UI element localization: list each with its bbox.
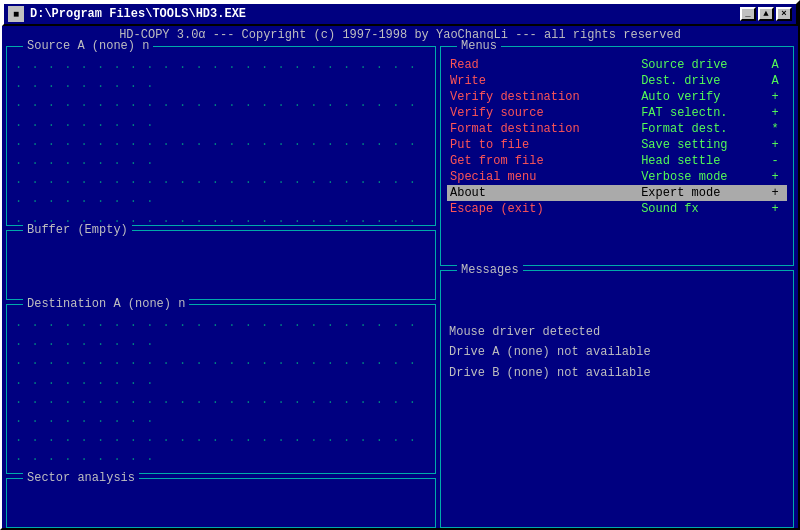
source-row: · · · · · · · · · · · · · · · · · · · · … bbox=[15, 97, 427, 135]
menu-row[interactable]: Verify sourceFAT selectn.+ bbox=[447, 105, 787, 121]
menu-item-suffix: - bbox=[768, 153, 787, 169]
menu-item-value: Verbose mode bbox=[638, 169, 768, 185]
menu-item-name: Write bbox=[447, 73, 638, 89]
minimize-button[interactable]: _ bbox=[740, 7, 756, 21]
messages-content: Mouse driver detectedDrive A (none) not … bbox=[449, 281, 785, 383]
menu-item-name: Verify destination bbox=[447, 89, 638, 105]
message-line bbox=[449, 301, 785, 321]
menu-row[interactable]: Put to fileSave setting+ bbox=[447, 137, 787, 153]
sector-box: Sector analysis bbox=[6, 478, 436, 528]
menu-item-suffix: A bbox=[768, 57, 787, 73]
message-line: Drive B (none) not available bbox=[449, 363, 785, 383]
buffer-box-title: Buffer (Empty) bbox=[23, 223, 132, 237]
menu-item-suffix: + bbox=[768, 169, 787, 185]
menu-item-suffix: + bbox=[768, 105, 787, 121]
menu-row[interactable]: Escape (exit)Sound fx+ bbox=[447, 201, 787, 217]
menu-item-suffix: + bbox=[768, 201, 787, 217]
menu-item-name: Put to file bbox=[447, 137, 638, 153]
menu-item-name: Escape (exit) bbox=[447, 201, 638, 217]
menu-row[interactable]: WriteDest. driveA bbox=[447, 73, 787, 89]
menu-item-suffix: A bbox=[768, 73, 787, 89]
window-title: D:\Program Files\TOOLS\HD3.EXE bbox=[30, 7, 246, 21]
message-line bbox=[449, 281, 785, 301]
buffer-box: Buffer (Empty) bbox=[6, 230, 436, 300]
message-line: Drive A (none) not available bbox=[449, 342, 785, 362]
maximize-button[interactable]: ▲ bbox=[758, 7, 774, 21]
menu-item-value: Format dest. bbox=[638, 121, 768, 137]
menu-item-name: About bbox=[447, 185, 638, 201]
menu-item-suffix: * bbox=[768, 121, 787, 137]
menu-item-suffix: + bbox=[768, 137, 787, 153]
message-line: Mouse driver detected bbox=[449, 322, 785, 342]
menu-item-value: Dest. drive bbox=[638, 73, 768, 89]
left-panel: Source A (none) n · · · · · · · · · · · … bbox=[6, 46, 436, 528]
menu-item-value: Source drive bbox=[638, 57, 768, 73]
menu-item-value: Sound fx bbox=[638, 201, 768, 217]
menu-row[interactable]: Get from fileHead settle- bbox=[447, 153, 787, 169]
dest-box: Destination A (none) n · · · · · · · · ·… bbox=[6, 304, 436, 474]
window-controls: _ ▲ × bbox=[740, 7, 792, 21]
dest-row: · · · · · · · · · · · · · · · · · · · · … bbox=[15, 355, 427, 393]
source-row: · · · · · · · · · · · · · · · · · · · · … bbox=[15, 174, 427, 212]
menu-item-value: Save setting bbox=[638, 137, 768, 153]
menu-item-name: Special menu bbox=[447, 169, 638, 185]
menus-box: Menus ReadSource driveAWriteDest. driveA… bbox=[440, 46, 794, 266]
menu-item-value: Head settle bbox=[638, 153, 768, 169]
app-icon: ■ bbox=[8, 6, 24, 22]
menu-row[interactable]: Format destinationFormat dest.* bbox=[447, 121, 787, 137]
menu-item-name: Get from file bbox=[447, 153, 638, 169]
source-row: · · · · · · · · · · · · · · · · · · · · … bbox=[15, 59, 427, 97]
menu-table: ReadSource driveAWriteDest. driveAVerify… bbox=[447, 57, 787, 217]
close-button[interactable]: × bbox=[776, 7, 792, 21]
title-bar: ■ D:\Program Files\TOOLS\HD3.EXE _ ▲ × bbox=[2, 2, 798, 26]
sector-box-title: Sector analysis bbox=[23, 471, 139, 485]
right-panel: Menus ReadSource driveAWriteDest. driveA… bbox=[440, 46, 794, 528]
menu-item-name: Format destination bbox=[447, 121, 638, 137]
menu-row[interactable]: ReadSource driveA bbox=[447, 57, 787, 73]
menu-item-name: Verify source bbox=[447, 105, 638, 121]
menu-row[interactable]: AboutExpert mode+ bbox=[447, 185, 787, 201]
menu-item-suffix: + bbox=[768, 185, 787, 201]
dest-box-title: Destination A (none) n bbox=[23, 297, 189, 311]
source-box-title: Source A (none) n bbox=[23, 39, 153, 53]
dest-row: · · · · · · · · · · · · · · · · · · · · … bbox=[15, 394, 427, 432]
source-row: · · · · · · · · · · · · · · · · · · · · … bbox=[15, 136, 427, 174]
source-box: Source A (none) n · · · · · · · · · · · … bbox=[6, 46, 436, 226]
menu-item-value: Auto verify bbox=[638, 89, 768, 105]
messages-box: Messages Mouse driver detectedDrive A (n… bbox=[440, 270, 794, 528]
dest-row: · · · · · · · · · · · · · · · · · · · · … bbox=[15, 317, 427, 355]
menu-row[interactable]: Verify destinationAuto verify+ bbox=[447, 89, 787, 105]
menu-item-suffix: + bbox=[768, 89, 787, 105]
menus-box-title: Menus bbox=[457, 39, 501, 53]
dest-row: · · · · · · · · · · · · · · · · · · · · … bbox=[15, 432, 427, 470]
menu-item-value: Expert mode bbox=[638, 185, 768, 201]
messages-box-title: Messages bbox=[457, 263, 523, 277]
menu-row[interactable]: Special menuVerbose mode+ bbox=[447, 169, 787, 185]
menu-item-value: FAT selectn. bbox=[638, 105, 768, 121]
menu-item-name: Read bbox=[447, 57, 638, 73]
